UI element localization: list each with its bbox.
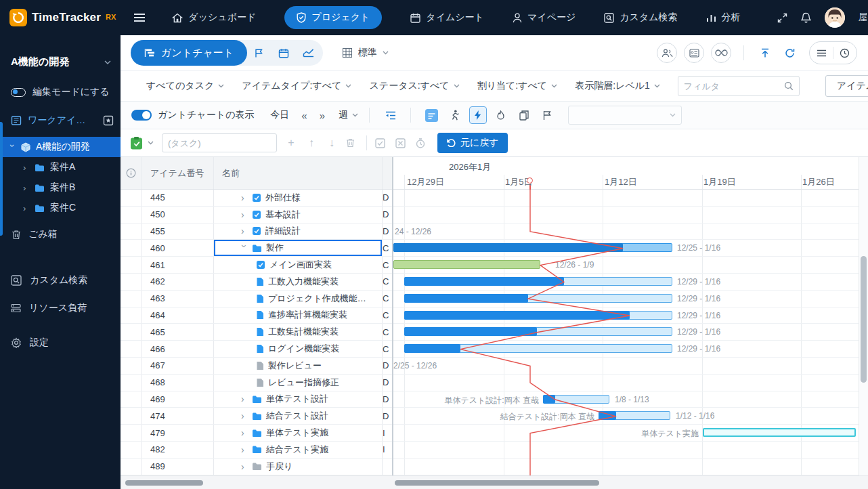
critical-path-button[interactable]: [492, 106, 510, 124]
vertical-scrollbar-thumb[interactable]: [861, 256, 867, 383]
nav-custom-search[interactable]: カスタム検索: [604, 12, 677, 24]
item-name-cell[interactable]: プロジェクト作成機能…: [214, 291, 383, 307]
pin-project-icon[interactable]: [103, 115, 114, 126]
time-scale-dropdown[interactable]: 週: [339, 109, 358, 121]
tree-item-case-a[interactable]: › 案件A: [0, 157, 121, 177]
expand-arrow-icon[interactable]: ›: [241, 428, 248, 438]
schedule-square-button[interactable]: [423, 106, 441, 124]
table-row[interactable]: 482›結合テスト実施I: [121, 442, 392, 459]
gantt-bar[interactable]: [404, 311, 672, 320]
fullscreen-icon[interactable]: [777, 13, 787, 23]
undo-button[interactable]: 元に戻す: [437, 133, 508, 153]
gantt-display-toggle[interactable]: [131, 110, 152, 121]
item-name-cell[interactable]: 進捗率計算機能実装: [214, 307, 383, 324]
next-period-button[interactable]: »: [320, 110, 325, 121]
table-row[interactable]: 455›詳細設計D: [121, 224, 392, 240]
item-name-cell[interactable]: ›単体テスト実施: [214, 425, 383, 441]
layout-select[interactable]: 標準: [342, 47, 389, 59]
tree-item-case-c[interactable]: › 案件C: [0, 198, 121, 218]
table-row[interactable]: 467製作レビューD: [121, 358, 392, 375]
sidebar-item-settings[interactable]: 設定: [0, 328, 121, 356]
new-task-input[interactable]: [162, 133, 277, 152]
notifications-bell-icon[interactable]: [801, 12, 811, 24]
item-name-cell[interactable]: ›手戻り: [214, 459, 383, 475]
nav-analysis[interactable]: 分析: [706, 12, 741, 24]
expand-arrow-icon[interactable]: ›: [23, 163, 29, 172]
info-column-header[interactable]: [121, 157, 142, 189]
task-filter-dropdown[interactable]: すべてのタスク: [146, 80, 224, 92]
history-clock-button[interactable]: [840, 48, 850, 58]
gantt-bar[interactable]: [543, 395, 609, 404]
table-row[interactable]: 462工数入力機能実装C: [121, 274, 392, 291]
board-card-button[interactable]: [684, 43, 704, 63]
today-button[interactable]: 今日: [270, 109, 289, 121]
table-row[interactable]: 445›外部仕様D: [121, 190, 392, 207]
menu-toggle-icon[interactable]: [133, 13, 146, 22]
table-row[interactable]: 463プロジェクト作成機能…C: [121, 291, 392, 307]
table-row[interactable]: 474›結合テスト設計D: [121, 408, 392, 425]
item-name-cell[interactable]: ›詳細設計: [214, 224, 383, 240]
expand-arrow-icon[interactable]: ›: [23, 184, 29, 192]
flag-button[interactable]: [538, 106, 556, 124]
table-row[interactable]: 469›単体テスト設計D: [121, 391, 392, 408]
item-name-cell[interactable]: ログイン機能実装: [214, 341, 383, 357]
expand-arrow-icon[interactable]: ›: [241, 411, 248, 421]
resource-walk-button[interactable]: [446, 106, 464, 124]
expand-arrow-icon[interactable]: ›: [241, 210, 248, 219]
table-row[interactable]: 468レビュー指摘修正D: [121, 375, 392, 391]
gantt-bar[interactable]: [599, 411, 670, 420]
chart-view-button[interactable]: [296, 40, 320, 66]
table-row[interactable]: 464進捗率計算機能実装C: [121, 307, 392, 324]
level-filter-dropdown[interactable]: 表示階層:レベル1: [575, 80, 660, 92]
item-name-cell[interactable]: ›結合テスト実施: [214, 442, 383, 458]
edit-mode-toggle[interactable]: 編集モードにする: [11, 86, 121, 98]
table-hscrollbar-thumb[interactable]: [125, 480, 203, 486]
nav-project[interactable]: プロジェクト: [284, 6, 382, 29]
item-name-cell[interactable]: ›単体テスト設計: [214, 391, 383, 408]
table-row[interactable]: 450›基本設計D: [121, 207, 392, 224]
nav-mypage[interactable]: マイページ: [513, 12, 576, 24]
tree-item-case-b[interactable]: › 案件B: [0, 177, 121, 198]
complete-task-icon[interactable]: [375, 138, 387, 148]
item-name-cell[interactable]: ›基本設計: [214, 207, 383, 223]
gantt-chart-view-button[interactable]: ガントチャート: [131, 40, 247, 66]
item-number-column-header[interactable]: アイテム番号: [142, 157, 214, 189]
outline-level-button[interactable]: [382, 106, 399, 124]
gantt-bar[interactable]: [703, 428, 856, 437]
prev-period-button[interactable]: «: [301, 110, 307, 121]
gantt-bar[interactable]: [404, 294, 672, 303]
gantt-hscrollbar-thumb[interactable]: [395, 480, 599, 486]
user-avatar[interactable]: [825, 7, 845, 28]
expand-arrow-icon[interactable]: ›: [241, 445, 248, 454]
table-row[interactable]: 461メイン画面実装C: [121, 257, 392, 274]
filter-input[interactable]: [684, 81, 780, 91]
expand-arrow-icon[interactable]: ›: [240, 244, 249, 251]
gantt-bar[interactable]: [393, 260, 540, 269]
add-task-icon[interactable]: +: [285, 137, 297, 148]
baseline-select-disabled[interactable]: [568, 106, 682, 125]
members-button[interactable]: [657, 43, 677, 63]
item-name-cell[interactable]: メイン画面実装: [214, 257, 383, 273]
sidebar-item-trash[interactable]: ごみ箱: [0, 224, 121, 244]
move-up-icon[interactable]: ↑: [305, 137, 318, 148]
item-type-filter-dropdown[interactable]: アイテムタイプ:すべて: [242, 80, 351, 92]
table-row[interactable]: 460›製作C: [121, 240, 392, 257]
gantt-bar[interactable]: [404, 327, 672, 336]
sidebar-item-custom-search[interactable]: カスタム検索: [0, 266, 121, 294]
item-name-cell[interactable]: レビュー指摘修正: [214, 375, 383, 391]
nav-dashboard[interactable]: ダッシュボード: [172, 12, 256, 24]
sidebar-item-workitems[interactable]: ワークアイ…: [11, 114, 114, 127]
table-row[interactable]: 465工数集計機能実装C: [121, 324, 392, 341]
timer-icon[interactable]: [416, 138, 428, 148]
new-task-type-button[interactable]: [131, 136, 154, 150]
move-down-icon[interactable]: ↓: [326, 137, 338, 148]
item-name-cell[interactable]: ›製作: [214, 240, 383, 256]
name-column-header[interactable]: 名前: [214, 157, 383, 189]
assignment-filter-dropdown[interactable]: 割り当て:すべて: [477, 80, 558, 92]
gantt-bar[interactable]: [404, 277, 672, 286]
nav-timesheet[interactable]: タイムシート: [410, 12, 484, 24]
item-name-cell[interactable]: ›外部仕様: [214, 190, 383, 206]
link-relation-button[interactable]: [711, 43, 731, 63]
horizontal-scrollbar[interactable]: [121, 475, 868, 489]
calendar-view-button[interactable]: [272, 40, 296, 66]
